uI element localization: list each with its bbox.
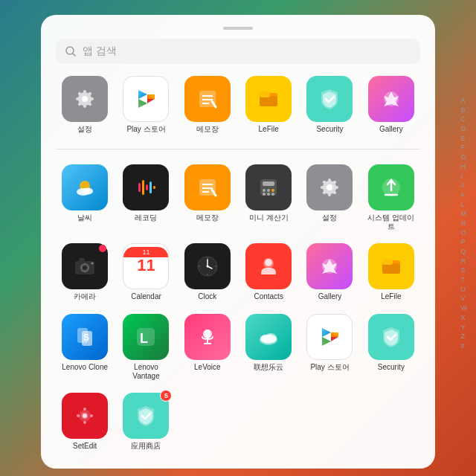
app-cloud[interactable]: 联想乐云 <box>239 314 298 387</box>
alpha-letter-m[interactable]: M <box>461 210 468 219</box>
alpha-letter-h[interactable]: H <box>461 163 468 172</box>
app-setedit[interactable]: SetEdit <box>56 393 114 457</box>
app-clock[interactable]: Clock <box>178 243 237 307</box>
app-calculator[interactable]: 미니 계산기 <box>239 164 298 237</box>
alpha-letter-r[interactable]: R <box>461 257 468 266</box>
alpha-letter-#[interactable]: # <box>461 342 468 351</box>
alpha-letter-y[interactable]: Y <box>461 324 468 332</box>
app-security1[interactable]: Security <box>300 76 358 140</box>
appstore-badge: 5 <box>160 390 172 402</box>
svg-text:L: L <box>140 331 148 346</box>
svg-rect-60 <box>382 263 400 274</box>
svg-point-54 <box>215 266 216 267</box>
app-calculator-label: 미니 계산기 <box>249 213 289 222</box>
app-lefile2-label: LeFile <box>381 292 401 301</box>
search-placeholder: 앱 검색 <box>83 45 117 58</box>
alpha-letter-g[interactable]: G <box>461 153 468 162</box>
svg-point-19 <box>83 188 93 195</box>
app-contacts[interactable]: Contacts <box>239 243 298 307</box>
svg-point-35 <box>263 193 266 196</box>
app-gallery1-label: Gallery <box>379 125 403 134</box>
app-appstore[interactable]: 5 应用商店 <box>117 393 175 457</box>
svg-marker-6 <box>147 99 155 103</box>
svg-rect-23 <box>149 181 152 193</box>
app-setedit-label: SetEdit <box>73 442 97 451</box>
app-memo2[interactable]: 메모장 <box>178 164 237 237</box>
alpha-letter-x[interactable]: X <box>461 314 468 323</box>
app-recording[interactable]: 레코딩 <box>117 164 175 237</box>
app-weather[interactable]: 날씨 <box>56 164 114 237</box>
alpha-letter-q[interactable]: Q <box>461 248 468 257</box>
alpha-letter-u[interactable]: U <box>461 286 468 295</box>
svg-line-1 <box>73 54 75 56</box>
svg-rect-13 <box>260 96 277 106</box>
alphabet-sidebar[interactable]: ABCDEFGHIJKLMNOPQRSTUVWXYZ# <box>461 97 468 351</box>
svg-point-83 <box>90 414 93 417</box>
alpha-letter-f[interactable]: F <box>461 144 468 152</box>
alpha-letter-j[interactable]: J <box>461 181 468 190</box>
app-settings-label: 설정 <box>77 125 92 134</box>
app-play2[interactable]: Play 스토어 <box>300 314 358 387</box>
app-settings[interactable]: 설정 <box>56 76 114 140</box>
alpha-letter-b[interactable]: B <box>461 106 468 115</box>
app-lefile2[interactable]: LeFile <box>362 243 420 307</box>
search-bar[interactable]: 앱 검색 <box>56 39 420 64</box>
app-update-label: 시스템 업데이트 <box>366 213 416 231</box>
alpha-letter-a[interactable]: A <box>461 97 468 106</box>
app-settings2[interactable]: 설정 <box>300 164 358 237</box>
app-calendar-label: Calendar <box>131 292 161 301</box>
svg-rect-22 <box>146 184 148 190</box>
app-update[interactable]: 시스템 업데이트 <box>362 164 420 237</box>
alpha-letter-s[interactable]: S <box>461 266 468 275</box>
svg-marker-76 <box>322 337 331 346</box>
app-memo1-label: 메모장 <box>196 125 219 134</box>
alpha-letter-w[interactable]: W <box>461 304 468 313</box>
app-lenovo-vantage[interactable]: L Lenovo Vantage <box>117 314 175 387</box>
app-camera[interactable]: 카메라 <box>56 243 114 307</box>
app-gallery1[interactable]: Gallery <box>362 76 420 140</box>
svg-marker-77 <box>331 332 338 337</box>
alpha-letter-d[interactable]: D <box>461 125 468 134</box>
app-security2[interactable]: Security <box>362 314 420 387</box>
app-drawer: 앱 검색 설정 <box>41 15 435 469</box>
app-security1-label: Security <box>316 125 343 134</box>
app-lenovo-clone-label: Lenovo Clone <box>62 363 108 372</box>
alpha-letter-p[interactable]: P <box>461 238 468 247</box>
camera-badge <box>99 245 106 252</box>
alpha-letter-l[interactable]: L <box>461 201 468 210</box>
svg-marker-4 <box>138 99 147 108</box>
app-settings2-label: 설정 <box>322 213 337 222</box>
search-icon <box>65 45 77 57</box>
alpha-letter-k[interactable]: K <box>461 191 468 200</box>
svg-point-37 <box>271 193 274 196</box>
svg-point-32 <box>263 189 266 192</box>
app-lenovo-clone[interactable]: S Lenovo Clone <box>56 314 114 387</box>
app-weather-label: 날씨 <box>77 213 92 222</box>
app-play-store[interactable]: Play 스토어 <box>117 76 175 140</box>
alpha-letter-o[interactable]: O <box>461 229 468 238</box>
app-levoice[interactable]: LeVoice <box>178 314 237 387</box>
app-appstore-label: 应用商店 <box>131 442 161 451</box>
svg-rect-20 <box>138 183 141 192</box>
svg-point-56 <box>265 259 272 266</box>
app-memo1[interactable]: 메모장 <box>178 76 237 140</box>
app-memo2-label: 메모장 <box>196 213 219 222</box>
app-camera-label: 카메라 <box>74 292 96 301</box>
alpha-letter-z[interactable]: Z <box>461 332 468 341</box>
alpha-letter-e[interactable]: E <box>461 135 468 144</box>
app-security2-label: Security <box>378 363 405 372</box>
svg-marker-78 <box>331 337 338 341</box>
alpha-letter-n[interactable]: N <box>461 219 468 228</box>
alpha-letter-v[interactable]: V <box>461 295 468 303</box>
app-cloud-label: 联想乐云 <box>254 363 283 372</box>
alpha-letter-c[interactable]: C <box>461 115 468 124</box>
svg-point-82 <box>83 408 86 411</box>
app-calendar[interactable]: 11 11 Calendar <box>117 243 175 307</box>
alpha-letter-i[interactable]: I <box>461 173 468 181</box>
svg-rect-31 <box>263 181 274 186</box>
app-lefile1[interactable]: LeFile <box>239 76 298 140</box>
svg-rect-61 <box>382 259 393 265</box>
svg-rect-24 <box>153 186 155 189</box>
alpha-letter-t[interactable]: T <box>461 276 468 285</box>
app-gallery2[interactable]: Gallery <box>300 243 358 307</box>
